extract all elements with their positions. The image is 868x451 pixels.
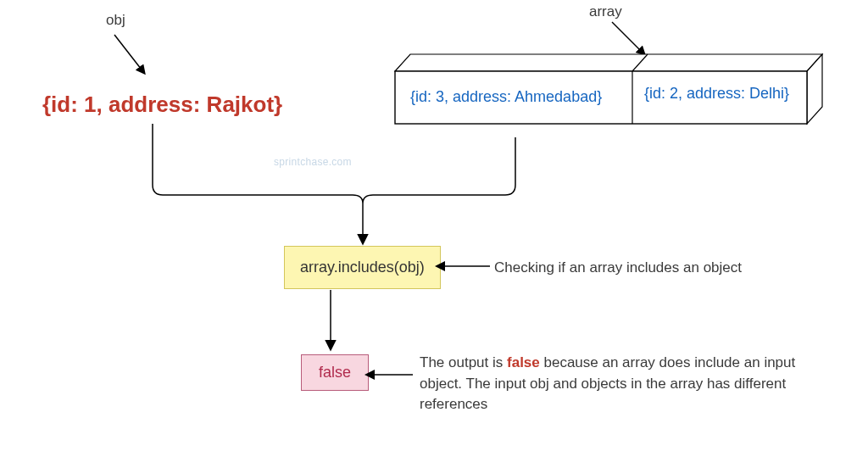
svg-line-1 (612, 22, 644, 54)
explain-pre: The output is (420, 354, 507, 370)
method-to-result-arrow (320, 288, 346, 356)
check-desc: Checking if an array includes an object (494, 258, 742, 279)
diagram-canvas: obj array {id: 1, address: Rajkot} {id: … (0, 0, 868, 451)
obj-label: obj (106, 12, 125, 29)
obj-value: {id: 1, address: Rajkot} (42, 92, 282, 118)
svg-marker-2 (395, 54, 822, 71)
merge-connector (119, 119, 559, 250)
check-desc-arrow (431, 254, 498, 280)
obj-arrow (110, 31, 161, 81)
svg-line-6 (632, 54, 648, 71)
array-label: array (589, 3, 622, 20)
method-box: array.includes(obj) (284, 246, 441, 289)
watermark: sprintchase.com (274, 156, 352, 168)
array-cell-0: {id: 3, address: Ahmedabad} (410, 88, 602, 106)
array-arrow (610, 20, 661, 63)
svg-marker-3 (807, 54, 822, 124)
explain-arrow (360, 365, 420, 390)
explain-keyword: false (507, 354, 540, 370)
explanation-text: The output is false because an array doe… (420, 353, 835, 415)
svg-line-0 (114, 35, 144, 73)
result-box: false (301, 354, 369, 391)
array-cell-1: {id: 2, address: Delhi} (644, 85, 789, 103)
